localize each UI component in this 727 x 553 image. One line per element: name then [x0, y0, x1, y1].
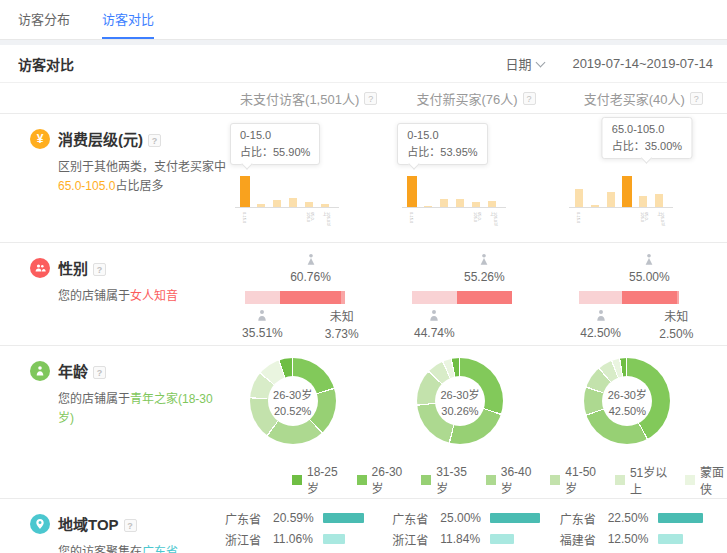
donut-center-value: 30.26% [441, 405, 478, 417]
column-header-new-buyers-label: 支付新买家(76人) [416, 89, 517, 108]
tooltip-range: 0-15.0 [407, 127, 477, 144]
province-bar [323, 513, 364, 523]
province-label: 福建省 [560, 531, 608, 548]
bar-0-15.0 [240, 176, 250, 207]
gender-title: 性别 [58, 259, 88, 279]
female-percent: 55.26% [456, 270, 512, 284]
province-bar [658, 534, 683, 544]
consume-bar-chart [402, 173, 506, 208]
consume-chart-old-buyers: 65.0-105.0占比：35.00%0-15.065.0-105.0105.0… [560, 114, 727, 242]
province-percent: 22.50% [608, 511, 658, 525]
chevron-down-icon [536, 57, 546, 67]
consume-rail: ¥ 消费层级(元) ? 区别于其他两类，支付老买家中65.0-105.0占比居多 [0, 114, 225, 242]
legend-item: 51岁以上 [615, 463, 668, 497]
column-header-unpaid: 未支付访客(1,501人) ? [225, 89, 392, 108]
unknown-label: 未知 [651, 309, 701, 326]
gender-description: 您的店铺属于女人知音 [58, 287, 226, 306]
gender-chart-new-buyers: 55.26%44.74% [392, 243, 559, 345]
yen-icon: ¥ [30, 129, 50, 149]
consume-chart-new-buyers: 0-15.0占比：53.95%0-15.065.0-105.0105.0以上 [392, 114, 559, 242]
bar-105.0以上 [488, 201, 496, 207]
x-axis-label: 105.0以上 [489, 212, 497, 226]
region-chart-old-buyers: 广东省22.50%福建省12.50% [560, 499, 727, 553]
male-percent: 35.51% [234, 326, 290, 340]
unknown-segment [677, 291, 680, 304]
column-header-old-buyers-label: 支付老买家(40人) [584, 89, 685, 108]
help-icon[interactable]: ? [364, 92, 377, 105]
section-consume-level: ¥ 消费层级(元) ? 区别于其他两类，支付老买家中65.0-105.0占比居多… [0, 113, 727, 242]
male-percent: 42.50% [573, 326, 629, 340]
age-legend: 18-25岁26-30岁31-35岁36-40岁41-50岁51岁以上蒙面侠 [292, 463, 727, 497]
legend-swatch [615, 475, 625, 485]
bar-25.0-40.0 [440, 199, 448, 207]
person-icon [30, 361, 50, 381]
bar-0-15.0 [407, 176, 417, 207]
region-row: 福建省12.50% [560, 533, 727, 545]
bar-15.0-25.0 [424, 206, 432, 207]
male-stat: 35.51% [234, 309, 290, 340]
legend-label: 36-40岁 [501, 465, 534, 496]
legend-label: 蒙面侠 [700, 463, 727, 497]
top-tab-bar: 访客分布 访客对比 [0, 0, 727, 40]
x-axis-label: 65.0-105.0 [640, 212, 648, 226]
region-rail: 地域TOP ? 您的访客聚集在广东省 [0, 499, 225, 553]
date-dropdown-label: 日期 [505, 54, 531, 73]
tab-visitor-compare[interactable]: 访客对比 [102, 0, 154, 39]
age-donut-chart: 26-30岁42.50% [584, 358, 670, 444]
legend-label: 51岁以上 [630, 463, 668, 497]
legend-label: 31-35岁 [436, 465, 469, 496]
female-segment [622, 291, 677, 304]
tab-visitor-distribution[interactable]: 访客分布 [18, 0, 70, 39]
female-stat: 55.26% [456, 253, 512, 284]
male-icon [234, 309, 290, 323]
gender-top: 55.00% [579, 253, 679, 291]
date-dropdown[interactable]: 日期 [505, 54, 544, 73]
panel-header: 访客对比 日期 2019-07-14~2019-07-14 [0, 45, 727, 83]
male-stat: 42.50% [573, 309, 629, 340]
donut-center-value: 20.52% [274, 405, 311, 417]
donut-center: 26-30岁42.50% [602, 376, 652, 426]
consume-desc-text: 区别于其他两类，支付老买家中 [58, 160, 226, 174]
bar-65.0-105.0 [305, 202, 313, 207]
region-chart-unpaid: 广东省20.59%浙江省11.06% [225, 499, 392, 553]
unknown-label: 未知 [317, 309, 367, 326]
tooltip-percent: 占比：35.00% [612, 138, 682, 155]
age-title: 年龄 [58, 362, 88, 382]
age-description: 您的店铺属于青年之家(18-30岁) [58, 390, 226, 428]
consume-bar-chart [569, 173, 673, 208]
donut-center-label: 26-30岁 [440, 386, 479, 402]
help-icon[interactable]: ? [690, 92, 703, 105]
legend-label: 26-30岁 [372, 465, 405, 496]
bar-15.0-25.0 [257, 204, 265, 207]
province-percent: 11.84% [440, 532, 490, 546]
province-label: 浙江省 [225, 531, 273, 548]
bar-40.0-65.0 [289, 198, 297, 207]
help-icon[interactable]: ? [124, 519, 137, 532]
bar-15.0-25.0 [591, 205, 599, 207]
help-icon[interactable]: ? [523, 92, 536, 105]
legend-item: 26-30岁 [357, 465, 405, 496]
bar-tooltip: 65.0-105.0占比：35.00% [602, 117, 692, 159]
x-axis-label: 65.0-105.0 [473, 212, 481, 226]
column-header-row: 未支付访客(1,501人) ? 支付新买家(76人) ? 支付老买家(40人) … [0, 83, 727, 113]
region-row: 广东省22.50% [560, 512, 727, 524]
help-icon[interactable]: ? [93, 366, 106, 379]
region-rows: 广东省25.00%浙江省11.84% [392, 499, 559, 553]
help-icon[interactable]: ? [148, 134, 161, 147]
help-icon[interactable]: ? [93, 263, 106, 276]
gender-top: 60.76% [245, 253, 345, 291]
tooltip-range: 65.0-105.0 [612, 121, 682, 138]
x-axis-label: 0-15.0 [409, 212, 413, 223]
female-stat: 55.00% [621, 253, 677, 284]
x-axis-label: 65.0-105.0 [306, 212, 314, 226]
date-range-value[interactable]: 2019-07-14~2019-07-14 [572, 56, 713, 71]
legend-item: 31-35岁 [421, 465, 469, 496]
tooltip-percent: 占比：55.90% [240, 144, 310, 161]
legend-label: 41-50岁 [565, 465, 598, 496]
legend-item: 18-25岁 [292, 465, 340, 496]
region-row: 浙江省11.84% [392, 533, 559, 545]
gender-top: 55.26% [412, 253, 512, 291]
donut-center: 26-30岁30.26% [435, 376, 485, 426]
gender-chart: 55.26%44.74% [412, 253, 512, 353]
tooltip-range: 0-15.0 [240, 127, 310, 144]
